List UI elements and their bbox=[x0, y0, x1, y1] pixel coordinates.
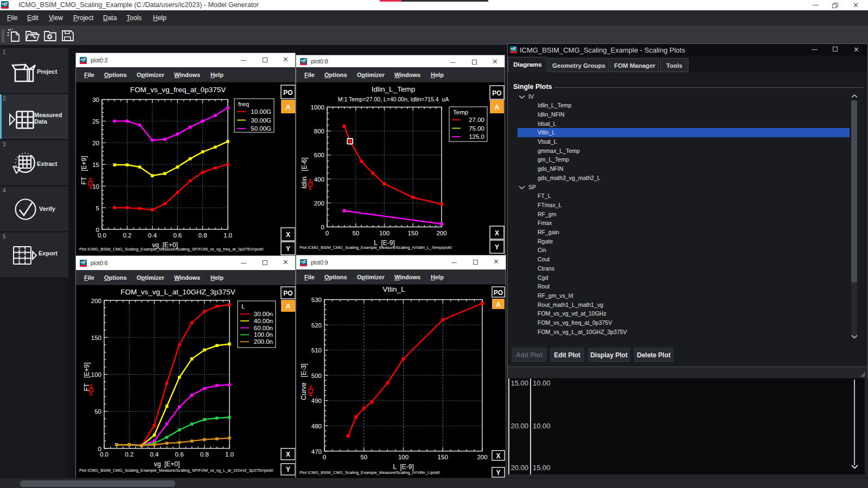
svg-text:0.2: 0.2 bbox=[123, 232, 131, 239]
svg-text:0.4: 0.4 bbox=[150, 451, 159, 458]
svg-text:490: 490 bbox=[311, 397, 322, 404]
svg-text:0: 0 bbox=[323, 454, 326, 460]
svg-text:Y: Y bbox=[286, 466, 290, 473]
svg-text:1000: 1000 bbox=[310, 104, 324, 111]
svg-text:27.00: 27.00 bbox=[469, 117, 484, 123]
svg-text:X: X bbox=[286, 231, 290, 239]
svg-text:470: 470 bbox=[311, 448, 322, 455]
svg-text:0.6: 0.6 bbox=[173, 232, 182, 239]
svg-text:510: 510 bbox=[311, 347, 322, 354]
svg-text:30.00n: 30.00n bbox=[254, 311, 273, 317]
svg-text:0: 0 bbox=[98, 446, 101, 452]
svg-text:60.00n: 60.00n bbox=[254, 325, 273, 331]
svg-text:200.0n: 200.0n bbox=[254, 338, 273, 345]
svg-text:20: 20 bbox=[92, 140, 99, 146]
svg-text:X: X bbox=[495, 229, 499, 237]
svg-text:25: 25 bbox=[92, 118, 99, 125]
svg-text:150: 150 bbox=[91, 335, 101, 341]
svg-text:PO: PO bbox=[492, 89, 501, 97]
svg-text:800: 800 bbox=[314, 128, 324, 134]
svg-text:Y: Y bbox=[495, 243, 499, 251]
svg-text:0.8: 0.8 bbox=[199, 232, 207, 239]
svg-text:FOM_vs_vg_freq_at_0p375V: FOM_vs_vg_freq_at_0p375V bbox=[130, 86, 226, 94]
svg-text:150: 150 bbox=[408, 230, 418, 236]
svg-text:Temp: Temp bbox=[453, 109, 468, 115]
svg-text:40.00n: 40.00n bbox=[254, 318, 273, 324]
svg-text:0.0: 0.0 bbox=[100, 451, 108, 458]
svg-text:A: A bbox=[286, 303, 291, 310]
svg-text:Plot ICMG_BSIM_CMG_Scaling_Exa: Plot ICMG_BSIM_CMG_Scaling_Example_Measu… bbox=[79, 468, 273, 473]
svg-text:600: 600 bbox=[314, 152, 324, 158]
svg-text:100: 100 bbox=[379, 230, 390, 236]
svg-text:vg [E+0]: vg [E+0] bbox=[154, 460, 180, 468]
svg-text:FT [E+9]: FT [E+9] bbox=[83, 362, 91, 391]
svg-text:100.0n: 100.0n bbox=[254, 331, 273, 338]
svg-text:1.0: 1.0 bbox=[224, 232, 232, 239]
svg-text:Idlin_L_Temp: Idlin_L_Temp bbox=[372, 85, 415, 93]
svg-text:X: X bbox=[286, 451, 290, 458]
svg-text:400: 400 bbox=[314, 176, 324, 183]
svg-text:0: 0 bbox=[326, 230, 329, 236]
svg-text:Y: Y bbox=[286, 245, 290, 253]
svg-text:75.00: 75.00 bbox=[469, 125, 484, 132]
svg-text:30.00G: 30.00G bbox=[251, 117, 271, 124]
svg-text:L [E-9]: L [E-9] bbox=[393, 463, 414, 471]
svg-text:200: 200 bbox=[477, 454, 487, 460]
svg-text:Y: Y bbox=[496, 469, 500, 477]
svg-text:L: L bbox=[241, 303, 245, 310]
svg-text:Plot ICMG_BSIM_CMG_Scaling_Exa: Plot ICMG_BSIM_CMG_Scaling_Example_Measu… bbox=[79, 247, 264, 252]
svg-text:50: 50 bbox=[94, 408, 101, 415]
svg-text:Plot ICMG_BSIM_CMG_Scaling_Exa: Plot ICMG_BSIM_CMG_Scaling_Example_Measu… bbox=[299, 470, 440, 475]
svg-text:150: 150 bbox=[438, 454, 448, 460]
svg-text:0: 0 bbox=[321, 224, 324, 230]
svg-text:0.0: 0.0 bbox=[98, 232, 106, 239]
svg-text:100: 100 bbox=[91, 371, 101, 378]
svg-text:1.0: 1.0 bbox=[225, 451, 234, 458]
svg-text:5: 5 bbox=[96, 205, 99, 211]
svg-text:500: 500 bbox=[311, 373, 322, 379]
svg-text:50.00G: 50.00G bbox=[251, 125, 271, 132]
svg-text:freq: freq bbox=[238, 101, 249, 107]
svg-text:15: 15 bbox=[92, 162, 99, 168]
svg-text:30: 30 bbox=[92, 97, 99, 103]
svg-text:200: 200 bbox=[436, 230, 446, 236]
svg-text:PO: PO bbox=[283, 290, 292, 297]
svg-text:PO: PO bbox=[494, 289, 503, 297]
svg-text:0.4: 0.4 bbox=[148, 232, 157, 239]
svg-text:A: A bbox=[496, 301, 501, 309]
svg-text:FOM_vs_vg_L_at_10GHZ_3p375V: FOM_vs_vg_L_at_10GHZ_3p375V bbox=[120, 288, 235, 296]
svg-text:Idlin [E-6]: Idlin [E-6] bbox=[301, 157, 308, 188]
svg-text:50: 50 bbox=[360, 454, 367, 460]
svg-text:PO: PO bbox=[283, 89, 292, 97]
svg-text:50: 50 bbox=[352, 230, 359, 236]
svg-text:M:1 Temp=27.00, L=40.00n, Idli: M:1 Temp=27.00, L=40.00n, Idlin=715.4 uA bbox=[338, 96, 449, 102]
svg-text:X: X bbox=[496, 452, 500, 460]
svg-text:125.0: 125.0 bbox=[469, 133, 484, 140]
svg-text:0.8: 0.8 bbox=[200, 451, 209, 458]
svg-text:FT [E+9]: FT [E+9] bbox=[80, 156, 88, 184]
svg-text:520: 520 bbox=[311, 322, 322, 329]
svg-text:100: 100 bbox=[398, 454, 409, 460]
svg-text:A: A bbox=[495, 104, 500, 111]
svg-text:Plot ICMG_BSIM_CMG_Scaling_Exa: Plot ICMG_BSIM_CMG_Scaling_Example_Measu… bbox=[299, 245, 452, 250]
svg-text:0: 0 bbox=[96, 227, 99, 233]
svg-text:200: 200 bbox=[91, 298, 101, 304]
svg-text:0.6: 0.6 bbox=[175, 451, 184, 458]
svg-text:10: 10 bbox=[92, 183, 99, 190]
svg-text:480: 480 bbox=[311, 423, 322, 429]
svg-text:10.00G: 10.00G bbox=[251, 108, 271, 115]
svg-text:530: 530 bbox=[311, 297, 322, 303]
svg-text:Curve [E-3]: Curve [E-3] bbox=[300, 363, 308, 400]
svg-text:0.2: 0.2 bbox=[125, 451, 133, 458]
svg-text:A: A bbox=[286, 104, 291, 111]
svg-text:200: 200 bbox=[314, 200, 324, 207]
svg-text:Vtlin_L: Vtlin_L bbox=[382, 285, 405, 293]
